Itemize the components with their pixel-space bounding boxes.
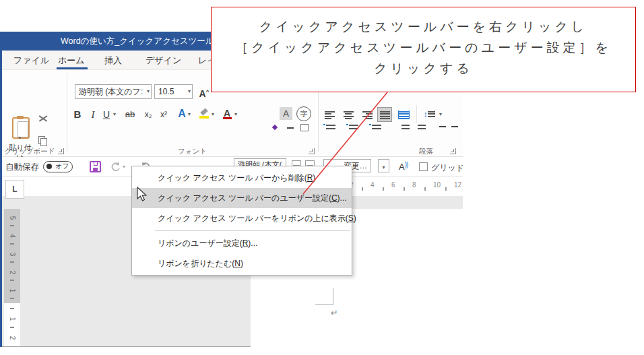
menu-item[interactable]: リボンを折りたたむ(N) xyxy=(132,253,352,273)
annotation-line: クイックアクセスツールバーを右クリックし xyxy=(212,16,635,37)
menu-item[interactable]: クイック アクセス ツール バーをリボンの上に表示(S) xyxy=(132,208,352,228)
justify-button[interactable] xyxy=(377,107,392,122)
copy-icon xyxy=(38,136,48,146)
highlighter-icon xyxy=(199,108,210,119)
font-color-icon: A xyxy=(222,108,232,120)
vertical-ruler-margin[interactable]: 54321 xyxy=(4,209,20,303)
ruler-number: 1 xyxy=(9,287,16,295)
undo-dropdown-arrow[interactable]: ▾ xyxy=(123,164,125,170)
autosave-toggle[interactable]: オフ xyxy=(43,161,73,172)
window-title: Wordの使い方_クイックアクセスツールバー xyxy=(61,36,231,46)
save-button[interactable] xyxy=(90,161,101,172)
align-left-icon xyxy=(325,110,335,119)
underline-dropdown-arrow[interactable]: ▾ xyxy=(113,111,116,117)
tab-design[interactable]: デザイン xyxy=(146,51,181,70)
ruler-number: 8 xyxy=(412,181,416,189)
autosave-state: オフ xyxy=(55,162,69,171)
tab-stop-selector[interactable]: L xyxy=(5,180,24,199)
align-right-button[interactable] xyxy=(360,107,375,122)
subscript-button[interactable]: x₂ xyxy=(141,107,155,122)
ruler-number: 4 xyxy=(371,181,375,189)
annotation-line: クリックする xyxy=(212,58,635,79)
formatting-marks-button[interactable] xyxy=(451,126,458,127)
ruler-number: 2 xyxy=(9,269,16,277)
font-size-select[interactable]: 10.5▾ xyxy=(154,84,193,99)
italic-button[interactable]: I xyxy=(88,107,98,122)
read-aloud-button[interactable]: A)) xyxy=(399,161,408,172)
increase-indent-button[interactable] xyxy=(418,124,426,130)
decrease-indent-button[interactable] xyxy=(401,124,410,130)
phonetic-guide-icon[interactable] xyxy=(272,125,278,130)
dialog-launcher-icon[interactable] xyxy=(450,148,456,154)
strikethrough-button[interactable]: ab xyxy=(123,107,137,122)
numbered-list-button[interactable] xyxy=(349,124,358,130)
button-separator xyxy=(416,105,417,123)
bullet-list-button[interactable] xyxy=(326,124,335,130)
text-effects-button[interactable]: A xyxy=(175,106,189,121)
borders-icon[interactable] xyxy=(300,124,309,131)
ruler-tick xyxy=(10,308,14,309)
autosave-label: 自動保存 xyxy=(5,162,39,173)
align-right-icon xyxy=(362,110,373,119)
ruler-tick xyxy=(383,187,384,191)
sort-button[interactable] xyxy=(439,126,446,127)
ruler-number: 1 xyxy=(9,315,16,323)
ruler-tick xyxy=(445,187,447,191)
ribbon-sliver[interactable] xyxy=(287,127,294,129)
group-separator xyxy=(67,73,67,152)
ruler-tick xyxy=(10,280,14,281)
font-color-dropdown-arrow[interactable]: ▾ xyxy=(234,111,237,117)
text-effects-dropdown-arrow[interactable]: ▾ xyxy=(188,111,191,117)
ruler-tick xyxy=(404,187,405,191)
active-tab-underline xyxy=(57,67,88,69)
tab-insert[interactable]: 挿入 xyxy=(104,51,122,70)
grow-font-button[interactable]: A˄ xyxy=(197,84,211,99)
undo-icon xyxy=(110,161,121,172)
gridlines-checkbox[interactable] xyxy=(419,162,428,171)
align-center-button[interactable] xyxy=(341,107,356,122)
ruler-number: 5 xyxy=(9,214,16,222)
clipboard-group-label: クリップボード xyxy=(0,147,59,156)
ruler-number: 10 xyxy=(433,181,441,189)
paste-dropdown-arrow[interactable]: ▾ xyxy=(18,135,21,141)
font-name-select[interactable]: 游明朝 (本文のフ:▾ xyxy=(75,84,152,99)
multilevel-list-button[interactable] xyxy=(372,124,381,130)
qat-style-dropdown[interactable]: ▾ xyxy=(378,159,389,172)
cut-button[interactable] xyxy=(38,113,49,127)
line-spacing-button[interactable]: ↕ xyxy=(420,107,438,122)
bold-button[interactable]: B xyxy=(71,107,84,122)
ruler-number: 3 xyxy=(9,251,16,259)
chevron-down-icon: ▾ xyxy=(188,85,191,98)
font-group-label: フォント xyxy=(67,147,318,156)
dialog-launcher-icon[interactable] xyxy=(58,148,64,154)
page-corner-mark xyxy=(315,288,333,305)
menu-item[interactable]: クイック アクセス ツール バーのユーザー設定(C)... xyxy=(132,188,352,208)
highlight-button[interactable] xyxy=(198,107,210,121)
ruler-tick xyxy=(10,243,14,245)
align-left-button[interactable] xyxy=(322,107,337,122)
mouse-cursor-icon xyxy=(136,187,148,205)
ruler-tick xyxy=(10,225,14,226)
ruler-tick xyxy=(10,261,14,263)
underline-button[interactable]: U xyxy=(101,107,112,122)
enclose-characters-button[interactable]: 字 xyxy=(296,106,311,121)
menu-item[interactable]: リボンのユーザー設定(R)... xyxy=(132,233,352,253)
undo-button[interactable] xyxy=(110,161,121,175)
highlight-dropdown-arrow[interactable]: ▾ xyxy=(212,111,214,117)
justify-icon xyxy=(380,110,390,119)
sound-waves-icon: )) xyxy=(405,161,408,168)
line-spacing-dropdown-arrow[interactable]: ▾ xyxy=(439,111,442,117)
vertical-ruler-text-area[interactable]: 12 xyxy=(4,303,20,346)
distribute-icon xyxy=(398,110,410,119)
align-center-icon xyxy=(344,110,354,119)
paragraph-mark: ↵ xyxy=(331,308,338,318)
tab-file[interactable]: ファイル xyxy=(13,51,49,70)
superscript-button[interactable]: x² xyxy=(157,107,170,122)
character-shading-button[interactable]: A xyxy=(280,107,292,120)
dialog-launcher-icon[interactable] xyxy=(309,148,315,154)
menu-separator xyxy=(155,230,350,231)
font-color-button[interactable]: A xyxy=(221,107,233,121)
distribute-button[interactable] xyxy=(396,107,411,122)
menu-item[interactable]: クイック アクセス ツール バーから削除(R) xyxy=(132,168,352,188)
ruler-tick xyxy=(424,187,426,191)
